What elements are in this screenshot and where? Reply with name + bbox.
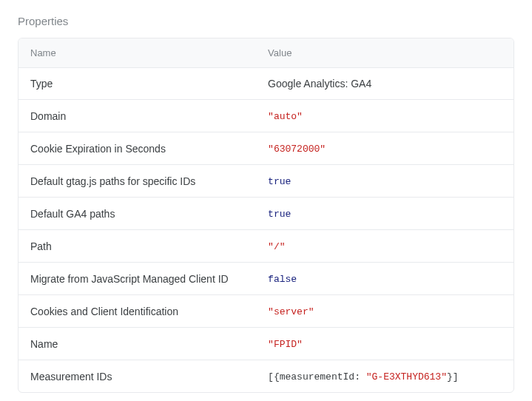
property-value: "auto": [256, 100, 514, 132]
property-name: Name: [18, 328, 256, 360]
property-value: "/": [256, 230, 514, 263]
value-array-prefix: [{measurementId:: [268, 371, 366, 383]
property-value: "63072000": [256, 132, 514, 165]
column-header-value: Value: [256, 38, 514, 68]
table-row: Default GA4 pathstrue: [18, 198, 514, 230]
properties-panel: Properties Name Value TypeGoogle Analyti…: [18, 15, 514, 393]
table-row: Domain"auto": [18, 100, 514, 132]
table-row: Cookies and Client Identification"server…: [18, 295, 514, 328]
value-array-suffix: }]: [447, 371, 459, 383]
section-title: Properties: [18, 15, 514, 27]
column-header-name: Name: [18, 38, 256, 68]
property-value: false: [256, 263, 514, 295]
property-value: Google Analytics: GA4: [256, 68, 514, 100]
property-name: Migrate from JavaScript Managed Client I…: [18, 263, 256, 295]
property-value: [{measurementId: "G-E3XTHYD613"}]: [256, 360, 514, 392]
value-array: [{measurementId: "G-E3XTHYD613"}]: [268, 371, 458, 383]
value-string: "server": [268, 306, 314, 317]
property-value: "server": [256, 295, 514, 328]
value-string: "/": [268, 241, 285, 252]
table-row: Cookie Expiration in Seconds"63072000": [18, 132, 514, 165]
table-row: Migrate from JavaScript Managed Client I…: [18, 263, 514, 295]
table-row: TypeGoogle Analytics: GA4: [18, 68, 514, 100]
value-boolean: true: [268, 176, 291, 187]
property-name: Default GA4 paths: [18, 198, 256, 230]
property-name: Default gtag.js paths for specific IDs: [18, 165, 256, 198]
property-name: Cookie Expiration in Seconds: [18, 132, 256, 165]
value-boolean: false: [268, 274, 297, 285]
table-row: Default gtag.js paths for specific IDstr…: [18, 165, 514, 198]
value-string: "auto": [268, 111, 303, 122]
value-array-string: "G-E3XTHYD613": [366, 371, 447, 383]
property-value: true: [256, 165, 514, 198]
property-value: "FPID": [256, 328, 514, 360]
table-row: Measurement IDs[{measurementId: "G-E3XTH…: [18, 360, 514, 392]
value-string: "63072000": [268, 144, 326, 155]
value-plain: Google Analytics: GA4: [268, 78, 371, 90]
table-body: TypeGoogle Analytics: GA4Domain"auto"Coo…: [18, 68, 514, 392]
table-row: Name"FPID": [18, 328, 514, 360]
value-boolean: true: [268, 209, 291, 220]
property-name: Domain: [18, 100, 256, 132]
property-name: Measurement IDs: [18, 360, 256, 392]
table-header: Name Value: [18, 38, 514, 68]
property-name: Path: [18, 230, 256, 263]
property-name: Cookies and Client Identification: [18, 295, 256, 328]
property-name: Type: [18, 68, 256, 100]
value-string: "FPID": [268, 339, 303, 350]
properties-table: Name Value TypeGoogle Analytics: GA4Doma…: [18, 38, 514, 393]
table-row: Path"/": [18, 230, 514, 263]
property-value: true: [256, 198, 514, 230]
